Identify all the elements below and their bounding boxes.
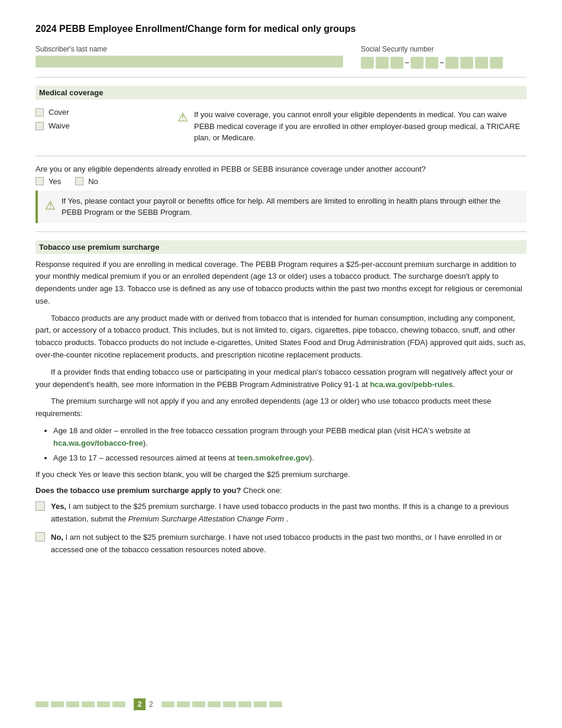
footer-dot-l4 bbox=[82, 701, 95, 707]
footer-dot-r3 bbox=[192, 701, 205, 707]
footer-page-box: 2 bbox=[134, 698, 146, 710]
tobacco-para-3: If a provider finds that ending tobacco … bbox=[35, 366, 527, 391]
ssn-sep-1 bbox=[405, 62, 409, 63]
cover-checkbox[interactable] bbox=[35, 108, 44, 117]
tobacco-para-1: Response required if you are enrolling i… bbox=[35, 259, 527, 308]
already-enrolled-question: Are you or any eligible dependents alrea… bbox=[35, 165, 527, 173]
footer-dot-r2 bbox=[177, 701, 190, 707]
no-tobacco-checkbox[interactable] bbox=[35, 532, 45, 542]
check-one-text: Check one: bbox=[243, 486, 282, 495]
subscriber-name-input[interactable] bbox=[35, 56, 343, 67]
ssn-box-9[interactable] bbox=[490, 57, 503, 69]
coverage-options: Cover Waive bbox=[35, 105, 154, 147]
ssn-box-1[interactable] bbox=[361, 57, 374, 69]
footer-right-dots bbox=[162, 701, 282, 707]
no-tobacco-bold: No, bbox=[51, 533, 63, 542]
ssn-sep-2 bbox=[440, 62, 444, 63]
footer-dot-r4 bbox=[208, 701, 221, 707]
tobacco-para-4: The premium surcharge will not apply if … bbox=[35, 395, 527, 420]
no-label: No bbox=[88, 177, 98, 186]
no-option[interactable]: No bbox=[75, 177, 98, 186]
yes-no-row: Yes No bbox=[35, 177, 527, 186]
footer-dot-l5 bbox=[97, 701, 110, 707]
footer-dot-l3 bbox=[66, 701, 79, 707]
ssn-box-7[interactable] bbox=[460, 57, 473, 69]
footer-left-dots bbox=[35, 701, 125, 707]
no-tobacco-option: No, I am not subject to the $25 premium … bbox=[35, 531, 527, 556]
yes-tobacco-option: Yes, I am subject to the $25 premium sur… bbox=[35, 501, 527, 526]
pebb-rules-link[interactable]: hca.wa.gov/pebb-rules bbox=[370, 380, 453, 389]
waive-label: Waive bbox=[49, 121, 70, 130]
yes-tobacco-end: . bbox=[286, 514, 289, 523]
yes-checkbox[interactable] bbox=[35, 177, 44, 185]
bullet-1-text: Age 18 and older – enrolled in the free … bbox=[53, 426, 470, 435]
ssn-box-5[interactable] bbox=[425, 57, 438, 69]
footer-page-num: 2 bbox=[149, 700, 153, 708]
divider-3 bbox=[35, 231, 527, 232]
footer-bar: 2 2 bbox=[35, 698, 527, 710]
footer-dot-r1 bbox=[162, 701, 175, 707]
footer-dot-l1 bbox=[35, 701, 49, 707]
footer-dot-r5 bbox=[223, 701, 236, 707]
warning-icon: ⚠ bbox=[177, 110, 188, 124]
yes-tobacco-text: Yes, I am subject to the $25 premium sur… bbox=[51, 501, 527, 526]
smokefree-link[interactable]: teen.smokefree.gov bbox=[237, 453, 309, 462]
footer-dot-l6 bbox=[112, 701, 125, 707]
medical-coverage-row: Cover Waive ⚠ If you waive coverage, you… bbox=[35, 105, 527, 147]
medical-coverage-header: Medical coverage bbox=[35, 86, 527, 99]
does-apply-question-bold: Does the tobacco use premium surcharge a… bbox=[35, 486, 241, 495]
yes-tobacco-italic: Premium Surcharge Attestation Change For… bbox=[128, 514, 284, 523]
no-checkbox[interactable] bbox=[75, 177, 83, 185]
tobacco-free-link[interactable]: hca.wa.gov/tobacco-free bbox=[53, 439, 143, 447]
footer-dot-r7 bbox=[254, 701, 267, 707]
page-title: 2024 PEBB Employee Enrollment/Change for… bbox=[35, 24, 527, 34]
alert-bar: ⚠ If Yes, please contact your payroll or… bbox=[35, 191, 527, 223]
tobacco-para-2: Tobacco products are any product made wi… bbox=[35, 313, 527, 362]
form-header: Subscriber's last name Social Security n… bbox=[35, 45, 527, 69]
bullet-2: Age 13 to 17 – accessed resources aimed … bbox=[53, 452, 527, 465]
ssn-box-6[interactable] bbox=[445, 57, 458, 69]
waive-checkbox[interactable] bbox=[35, 122, 44, 130]
ssn-box-4[interactable] bbox=[411, 57, 424, 69]
ssn-boxes bbox=[361, 57, 527, 69]
alert-text: If Yes, please contact your payroll or b… bbox=[62, 195, 519, 218]
yes-option[interactable]: Yes bbox=[35, 177, 61, 186]
yes-tobacco-checkbox[interactable] bbox=[35, 501, 45, 511]
waive-warning-text: If you waive coverage, you cannot enroll… bbox=[194, 109, 527, 144]
cover-label: Cover bbox=[49, 108, 69, 117]
bullet-2-text: Age 13 to 17 – accessed resources aimed … bbox=[53, 453, 237, 462]
ssn-box-3[interactable] bbox=[390, 57, 403, 69]
waive-warning-box: ⚠ If you waive coverage, you cannot enro… bbox=[177, 105, 527, 147]
divider-2 bbox=[35, 156, 527, 156]
if-yes-text: If you check Yes or leave this section b… bbox=[35, 469, 527, 481]
no-tobacco-text: No, I am not subject to the $25 premium … bbox=[51, 531, 527, 556]
ssn-label: Social Security number bbox=[361, 45, 527, 53]
alert-icon: ⚠ bbox=[45, 197, 56, 218]
does-apply-question: Does the tobacco use premium surcharge a… bbox=[35, 486, 527, 495]
ssn-box-2[interactable] bbox=[376, 57, 389, 69]
waive-option[interactable]: Waive bbox=[35, 121, 154, 130]
tobacco-section-header: Tobacco use premium surcharge bbox=[35, 240, 527, 254]
footer-dot-l2 bbox=[51, 701, 64, 707]
bullet-1: Age 18 and older – enrolled in the free … bbox=[53, 425, 527, 450]
divider-1 bbox=[35, 77, 527, 78]
cover-option[interactable]: Cover bbox=[35, 108, 154, 117]
no-tobacco-normal: I am not subject to the $25 premium surc… bbox=[51, 533, 502, 554]
yes-tobacco-bold: Yes, bbox=[51, 502, 66, 511]
tobacco-bullet-list: Age 18 and older – enrolled in the free … bbox=[53, 425, 527, 464]
subscriber-name-label: Subscriber's last name bbox=[35, 45, 343, 53]
yes-label: Yes bbox=[49, 177, 61, 186]
ssn-field: Social Security number bbox=[361, 45, 527, 69]
footer-dot-r8 bbox=[269, 701, 282, 707]
subscriber-name-field: Subscriber's last name bbox=[35, 45, 343, 69]
footer-dot-r6 bbox=[238, 701, 251, 707]
ssn-box-8[interactable] bbox=[475, 57, 488, 69]
